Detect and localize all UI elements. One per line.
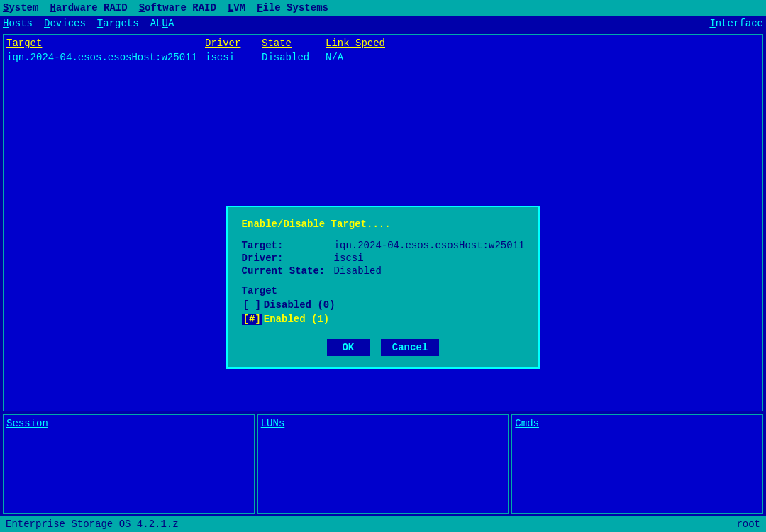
enable-disable-dialog: Enable/Disable Target.... Target: iqn.20… xyxy=(226,206,540,369)
ok-button[interactable]: OK xyxy=(327,339,370,356)
dialog-overlay: Enable/Disable Target.... Target: iqn.20… xyxy=(0,0,766,532)
radio-enabled[interactable]: [#] Enabled (1) xyxy=(242,314,525,325)
dialog-label-target: Target: xyxy=(242,240,334,251)
status-bar: Enterprise Storage OS 4.2.1.z root xyxy=(0,516,766,532)
dialog-label-state: Current State: xyxy=(242,265,334,277)
dialog-value-state: Disabled xyxy=(334,265,382,277)
radio-disabled-marker: [ ] xyxy=(242,299,262,311)
radio-disabled[interactable]: [ ] Disabled (0) xyxy=(242,299,525,311)
radio-enabled-label: Enabled (1) xyxy=(264,314,329,325)
dialog-buttons: OK Cancel xyxy=(242,339,525,356)
cancel-button[interactable]: Cancel xyxy=(381,339,439,356)
dialog-value-driver: iscsi xyxy=(334,253,364,264)
dialog-field-target: Target: iqn.2024-04.esos.esosHost:w25011 xyxy=(242,240,525,251)
dialog-field-state: Current State: Disabled xyxy=(242,265,525,277)
dialog-label-driver: Driver: xyxy=(242,253,334,264)
dialog-field-driver: Driver: iscsi xyxy=(242,253,525,264)
dialog-title: Enable/Disable Target.... xyxy=(242,218,525,230)
status-left: Enterprise Storage OS 4.2.1.z xyxy=(6,519,179,530)
radio-enabled-marker: [#] xyxy=(242,314,262,325)
dialog-section-label: Target xyxy=(242,285,525,297)
dialog-value-target: iqn.2024-04.esos.esosHost:w25011 xyxy=(334,240,525,251)
status-right: root xyxy=(736,519,760,530)
radio-disabled-label: Disabled (0) xyxy=(264,299,335,311)
